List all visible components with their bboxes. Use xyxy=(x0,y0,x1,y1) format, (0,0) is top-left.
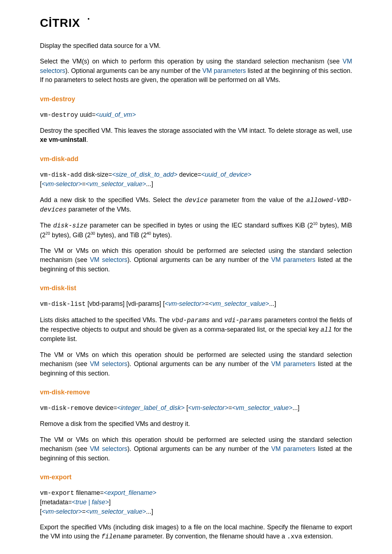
text: ). Optional arguments can be any number … xyxy=(127,360,271,368)
text: ...] xyxy=(146,180,153,188)
citrix-logo: CİTRIX xyxy=(40,16,352,30)
command-line: vm-destroy uuid=<uuid_of_vm> xyxy=(40,110,352,120)
code: disk-size xyxy=(53,222,88,229)
heading-vm-export: vm-export xyxy=(40,472,352,482)
link-vm-parameters[interactable]: VM parameters xyxy=(271,256,315,263)
link-vm-selectors[interactable]: VM selectors xyxy=(90,256,127,263)
text: [vbd-params] [vdi-params] [ xyxy=(86,300,165,307)
link-vm-selectors[interactable]: VM selectors xyxy=(90,360,127,368)
cmd: vm-disk-remove xyxy=(40,405,93,412)
cmd: vm-disk-add xyxy=(40,171,82,178)
keyword: <integer_label_of_disk> xyxy=(117,404,185,411)
cmd: vm-export xyxy=(40,489,74,497)
command-line: vm-disk-list [vbd-params] [vdi-params] [… xyxy=(40,299,352,309)
sup: 20 xyxy=(46,231,50,235)
text: disk-size= xyxy=(82,171,112,178)
text: ). Optional arguments can be any number … xyxy=(65,67,203,74)
bold-text: xe vm-uninstall xyxy=(40,136,86,143)
keyword: <size_of_disk_to_add> xyxy=(112,171,177,178)
command-line: vm-export filename=<export_filename> xyxy=(40,488,352,498)
heading-vm-disk-remove: vm-disk-remove xyxy=(40,387,352,397)
keyword: <vm_selector_value> xyxy=(86,180,146,188)
keyword: <uuid_of_vm> xyxy=(95,111,136,118)
paragraph: Remove a disk from the specified VMs and… xyxy=(40,419,352,428)
cmd: vm-disk-list xyxy=(40,300,86,308)
paragraph: The VM or VMs on which this operation sh… xyxy=(40,435,352,463)
keyword: <uuid_of_device> xyxy=(201,171,251,178)
text: ] xyxy=(109,498,111,506)
paragraph: Add a new disk to the specified VMs. Sel… xyxy=(40,196,352,215)
text: = xyxy=(82,180,86,188)
keyword: <vm-selector> xyxy=(42,180,82,188)
command-line: [<vm-selector>=<vm_selector_value>...] xyxy=(40,180,352,189)
keyword: <export_filename> xyxy=(104,489,156,496)
text: ). Optional arguments can be any number … xyxy=(127,256,271,263)
link-vm-selectors[interactable]: VM selectors xyxy=(90,445,127,452)
page: CİTRIX Display the specified data source… xyxy=(0,0,392,554)
text: uuid= xyxy=(78,111,95,118)
sup: 40 xyxy=(147,231,151,235)
text: = xyxy=(82,508,86,515)
text: = xyxy=(228,404,232,411)
heading-vm-disk-list: vm-disk-list xyxy=(40,283,352,293)
code: all xyxy=(320,326,332,333)
text: = xyxy=(205,300,209,307)
text: Add a new disk to the specified VMs. Sel… xyxy=(40,196,185,204)
code: vbd-params xyxy=(172,317,210,324)
paragraph: The VM or VMs on which this operation sh… xyxy=(40,246,352,274)
text: Destroy the specified VM. This leaves th… xyxy=(40,127,352,134)
command-line: vm-disk-add disk-size=<size_of_disk_to_a… xyxy=(40,170,352,180)
text: ...] xyxy=(269,300,276,307)
text: [ xyxy=(185,404,188,411)
text: ...] xyxy=(293,404,299,411)
keyword: <true | false> xyxy=(72,498,109,506)
text: parameter of the VMs. xyxy=(67,206,131,213)
code: filename xyxy=(101,533,132,540)
cmd: vm-destroy xyxy=(40,111,78,119)
paragraph: Select the VM(s) on which to perform thi… xyxy=(40,57,352,85)
text: The xyxy=(40,222,53,229)
keyword: <vm-selector> xyxy=(165,300,205,307)
heading-vm-destroy: vm-destroy xyxy=(40,94,352,104)
text: device= xyxy=(177,171,201,178)
text: bytes), and TiB (2 xyxy=(95,231,147,239)
code: vdi-params xyxy=(224,317,262,324)
paragraph: Export the specified VMs (including disk… xyxy=(40,523,352,542)
keyword: <vm_selector_value> xyxy=(86,508,146,515)
command-line: [metadata=<true | false>] xyxy=(40,498,352,507)
command-line: vm-disk-remove device=<integer_label_of_… xyxy=(40,403,352,413)
sup: 10 xyxy=(313,221,317,226)
paragraph: Display the specified data source for a … xyxy=(40,41,352,50)
link-vm-parameters[interactable]: VM parameters xyxy=(271,360,315,368)
code: device xyxy=(185,197,208,204)
paragraph: Destroy the specified VM. This leaves th… xyxy=(40,126,352,145)
keyword: <vm_selector_value> xyxy=(232,404,292,411)
keyword: <vm-selector> xyxy=(188,404,228,411)
code: .xva xyxy=(287,533,302,540)
text: device= xyxy=(93,404,117,411)
svg-point-1 xyxy=(88,18,89,20)
text: and xyxy=(210,316,224,324)
text: extension. xyxy=(302,533,333,540)
command-line: [<vm-selector>=<vm_selector_value>...] xyxy=(40,507,352,516)
text: Select the VM(s) on which to perform thi… xyxy=(40,58,343,65)
text: ). Optional arguments can be any number … xyxy=(127,445,271,452)
keyword: <vm_selector_value> xyxy=(209,300,269,307)
text: ...] xyxy=(146,508,153,515)
paragraph: The disk-size parameter can be specified… xyxy=(40,221,352,240)
keyword: <vm-selector> xyxy=(42,508,82,515)
sup: 30 xyxy=(91,231,95,235)
text: bytes), GiB (2 xyxy=(50,231,91,239)
svg-text:CİTRIX: CİTRIX xyxy=(40,16,80,29)
text: parameter from the value of the xyxy=(208,196,306,204)
text: parameter. By convention, the filename s… xyxy=(132,533,287,540)
paragraph: Lists disks attached to the specified VM… xyxy=(40,316,352,344)
text: filename= xyxy=(74,489,104,496)
paragraph: The VM or VMs on which this operation sh… xyxy=(40,350,352,378)
text: bytes). xyxy=(151,231,172,239)
text: . xyxy=(86,136,88,143)
text: [metadata= xyxy=(40,498,72,506)
link-vm-parameters[interactable]: VM parameters xyxy=(271,445,315,452)
link-vm-parameters[interactable]: VM parameters xyxy=(203,67,246,74)
text: parameter can be specified in bytes or u… xyxy=(87,222,313,229)
